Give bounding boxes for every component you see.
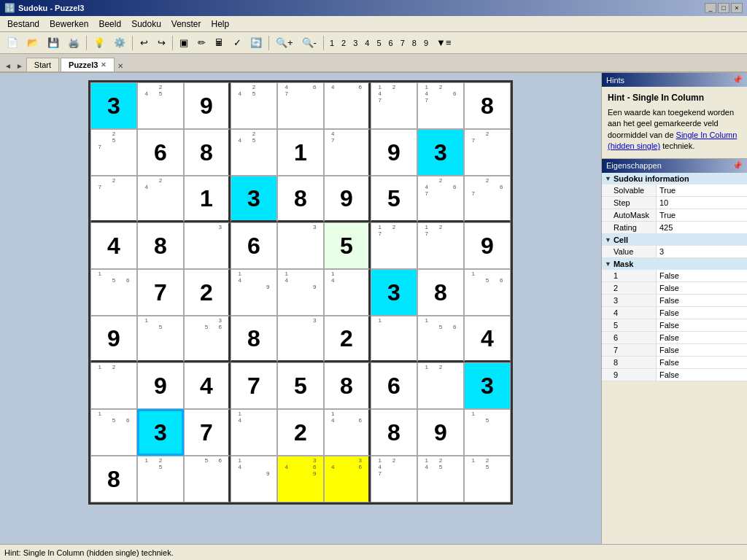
- cell-3-1[interactable]: 8: [137, 222, 184, 269]
- redo-button[interactable]: ↪: [153, 34, 169, 52]
- pencil-button[interactable]: ✏: [193, 34, 209, 52]
- cell-3-5[interactable]: 5: [324, 222, 371, 269]
- cell-0-8[interactable]: 8: [464, 82, 511, 129]
- tab-start[interactable]: Start: [26, 58, 59, 71]
- cell-5-3[interactable]: 8: [231, 316, 277, 362]
- cell-6-5[interactable]: 8: [324, 362, 371, 409]
- cell-4-1[interactable]: 7: [137, 269, 184, 316]
- cell-8-4[interactable]: 3469: [277, 456, 324, 502]
- cell-7-6[interactable]: 8: [371, 409, 417, 456]
- cell-8-5[interactable]: 346: [324, 456, 371, 502]
- cell-5-5[interactable]: 2: [324, 316, 371, 362]
- cell-6-2[interactable]: 4: [184, 362, 231, 409]
- cell-1-7[interactable]: 3: [417, 129, 464, 176]
- cell-3-7[interactable]: 127: [417, 222, 464, 269]
- cell-6-0[interactable]: 12: [90, 362, 137, 409]
- cell-8-8[interactable]: 125: [464, 456, 511, 502]
- filter-button[interactable]: ▼≡: [433, 34, 454, 52]
- cell-0-4[interactable]: 467: [277, 82, 324, 129]
- tab-scroll-left[interactable]: ◄: [3, 61, 13, 71]
- cell-7-8[interactable]: 15: [464, 409, 511, 456]
- undo-button[interactable]: ↩: [136, 34, 152, 52]
- num-4[interactable]: 4: [362, 37, 372, 49]
- cell-4-2[interactable]: 2: [184, 269, 231, 316]
- num-3[interactable]: 3: [350, 37, 360, 49]
- hint-button[interactable]: 💡: [90, 34, 109, 52]
- cell-6-7[interactable]: 12: [417, 362, 464, 409]
- zoom-in-button[interactable]: 🔍+: [272, 34, 297, 52]
- cell-8-1[interactable]: 125: [137, 456, 184, 502]
- cell-4-6[interactable]: 3: [371, 269, 417, 316]
- cell-0-6[interactable]: 1247: [371, 82, 417, 129]
- cell-2-8[interactable]: 267: [464, 176, 511, 222]
- sudoku-info-header[interactable]: ▼ Sudoku information: [602, 173, 747, 184]
- cell-2-3[interactable]: 3: [231, 176, 277, 222]
- cell-0-5[interactable]: 46: [324, 82, 371, 129]
- cell-0-2[interactable]: 9: [184, 82, 231, 129]
- cell-3-0[interactable]: 4: [90, 222, 137, 269]
- cell-1-5[interactable]: 47: [324, 129, 371, 176]
- cell-7-7[interactable]: 9: [417, 409, 464, 456]
- maximize-button[interactable]: □: [718, 3, 729, 13]
- cell-8-3[interactable]: 149: [231, 456, 277, 502]
- tab-close-icon[interactable]: ✕: [101, 61, 107, 69]
- cell-2-2[interactable]: 1: [184, 176, 231, 222]
- cell-1-2[interactable]: 8: [184, 129, 231, 176]
- cell-7-0[interactable]: 156: [90, 409, 137, 456]
- menu-beeld[interactable]: Beeld: [94, 18, 125, 31]
- cell-7-4[interactable]: 2: [277, 409, 324, 456]
- minimize-button[interactable]: _: [705, 3, 716, 13]
- cell-1-6[interactable]: 9: [371, 129, 417, 176]
- num-6[interactable]: 6: [386, 37, 396, 49]
- cell-2-5[interactable]: 9: [324, 176, 371, 222]
- cell-6-4[interactable]: 5: [277, 362, 324, 409]
- cell-6-8[interactable]: 3: [464, 362, 511, 409]
- cell-8-7[interactable]: 1245: [417, 456, 464, 502]
- cell-2-1[interactable]: 24: [137, 176, 184, 222]
- menu-venster[interactable]: Venster: [167, 18, 206, 31]
- cell-0-3[interactable]: 245: [231, 82, 277, 129]
- mask-header[interactable]: ▼ Mask: [602, 258, 747, 270]
- cell-6-6[interactable]: 6: [371, 362, 417, 409]
- cell-7-5[interactable]: 146: [324, 409, 371, 456]
- cell-2-7[interactable]: 2467: [417, 176, 464, 222]
- cell-5-8[interactable]: 4: [464, 316, 511, 362]
- num-7[interactable]: 7: [398, 37, 408, 49]
- cell-8-0[interactable]: 8: [90, 456, 137, 502]
- cell-4-0[interactable]: 156: [90, 269, 137, 316]
- num-9[interactable]: 9: [421, 37, 431, 49]
- cell-4-5[interactable]: 14: [324, 269, 371, 316]
- num-2[interactable]: 2: [338, 37, 349, 49]
- calc-button[interactable]: 🖩: [211, 34, 228, 52]
- cell-1-8[interactable]: 27: [464, 129, 511, 176]
- save-button[interactable]: 💾: [44, 34, 63, 52]
- num-5[interactable]: 5: [374, 37, 384, 49]
- cell-3-8[interactable]: 9: [464, 222, 511, 269]
- cell-1-3[interactable]: 245: [231, 129, 277, 176]
- cell-2-0[interactable]: 27: [90, 176, 137, 222]
- cell-0-1[interactable]: 245: [137, 82, 184, 129]
- open-button[interactable]: 📂: [23, 34, 42, 52]
- cell-1-4[interactable]: 1: [277, 129, 324, 176]
- close-button[interactable]: ×: [731, 3, 743, 13]
- cell-2-4[interactable]: 8: [277, 176, 324, 222]
- new-button[interactable]: 📄: [3, 34, 22, 52]
- cell-6-3[interactable]: 7: [231, 362, 277, 409]
- cell-7-1[interactable]: 3: [137, 409, 184, 456]
- tab-puzzel3[interactable]: Puzzel3 ✕: [61, 58, 115, 71]
- cell-3-3[interactable]: 6: [231, 222, 277, 269]
- cell-1-0[interactable]: 257: [90, 129, 137, 176]
- num-1[interactable]: 1: [327, 37, 337, 49]
- print-button[interactable]: 🖨️: [64, 34, 83, 52]
- menu-bestand[interactable]: Bestand: [3, 18, 44, 31]
- zoom-out-button[interactable]: 🔍-: [298, 34, 320, 52]
- cell-4-8[interactable]: 156: [464, 269, 511, 316]
- tab-scroll-right[interactable]: ►: [15, 61, 25, 71]
- cell-5-7[interactable]: 156: [417, 316, 464, 362]
- cell-1-1[interactable]: 6: [137, 129, 184, 176]
- cell-5-0[interactable]: 9: [90, 316, 137, 362]
- cell-3-2[interactable]: 3: [184, 222, 231, 269]
- cell-3-4[interactable]: 3: [277, 222, 324, 269]
- cell-8-2[interactable]: 56: [184, 456, 231, 502]
- cell-4-3[interactable]: 149: [231, 269, 277, 316]
